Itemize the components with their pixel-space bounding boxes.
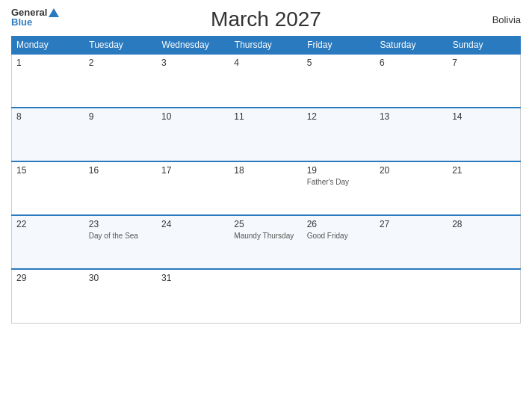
header-sunday: Sunday xyxy=(448,37,520,55)
cell-w4-d3: 24 xyxy=(157,215,229,269)
cell-w2-d3: 10 xyxy=(157,108,229,161)
day-num-8: 8 xyxy=(16,111,80,122)
day-num-16: 16 xyxy=(89,165,152,176)
cell-w1-d4: 4 xyxy=(229,54,302,108)
header-thursday: Thursday xyxy=(229,37,302,55)
day-num-27: 27 xyxy=(380,219,443,229)
day-num-30: 30 xyxy=(89,273,152,283)
cell-w5-d7 xyxy=(448,269,520,323)
day-num-21: 21 xyxy=(452,165,516,176)
cell-w3-d5: 19Father's Day xyxy=(303,161,375,215)
header-friday: Friday xyxy=(303,37,375,55)
day-num-18: 18 xyxy=(234,165,297,176)
cell-w2-d2: 9 xyxy=(84,108,157,161)
header-tuesday: Tuesday xyxy=(84,37,157,55)
cell-w5-d6 xyxy=(375,269,448,323)
cell-w5-d1: 29 xyxy=(12,269,84,323)
day-num-4: 4 xyxy=(234,58,297,68)
day-num-29: 29 xyxy=(16,273,80,283)
day-num-19: 19 xyxy=(307,165,371,176)
week-row-2: 891011121314 xyxy=(12,108,521,161)
holiday-label: Day of the Sea xyxy=(89,232,152,241)
day-num-13: 13 xyxy=(380,111,443,122)
day-num-15: 15 xyxy=(16,165,80,176)
day-num-26: 26 xyxy=(307,219,371,229)
page: General Blue March 2027 Bolivia Monday T… xyxy=(0,0,532,411)
logo: General Blue xyxy=(11,7,59,27)
cell-w5-d3: 31 xyxy=(157,269,229,323)
day-num-22: 22 xyxy=(16,219,80,229)
week-row-4: 2223Day of the Sea2425Maundy Thursday26G… xyxy=(12,215,521,269)
cell-w1-d5: 5 xyxy=(303,54,375,108)
header-monday: Monday xyxy=(12,37,84,55)
day-num-12: 12 xyxy=(307,111,371,122)
day-num-25: 25 xyxy=(234,219,297,229)
week-row-1: 1234567 xyxy=(12,54,521,108)
cell-w2-d6: 13 xyxy=(375,108,448,161)
logo-blue-text: Blue xyxy=(11,17,32,27)
day-num-14: 14 xyxy=(452,111,516,122)
week-row-5: 293031 xyxy=(12,269,521,323)
cell-w2-d4: 11 xyxy=(229,108,302,161)
cell-w3-d1: 15 xyxy=(12,161,84,215)
holiday-label: Maundy Thursday xyxy=(234,232,297,241)
cell-w5-d5 xyxy=(303,269,375,323)
cell-w3-d3: 17 xyxy=(157,161,229,215)
day-num-20: 20 xyxy=(380,165,443,176)
cell-w1-d1: 1 xyxy=(12,54,84,108)
cell-w5-d4 xyxy=(229,269,302,323)
holiday-label: Good Friday xyxy=(307,232,371,241)
cell-w3-d7: 21 xyxy=(448,161,520,215)
cell-w1-d6: 6 xyxy=(375,54,448,108)
day-num-3: 3 xyxy=(161,58,225,68)
day-num-28: 28 xyxy=(452,219,516,229)
cell-w4-d6: 27 xyxy=(375,215,448,269)
cell-w1-d3: 3 xyxy=(157,54,229,108)
day-num-10: 10 xyxy=(161,111,225,122)
day-num-7: 7 xyxy=(452,58,516,68)
day-num-5: 5 xyxy=(307,58,371,68)
cell-w1-d2: 2 xyxy=(84,54,157,108)
cell-w4-d4: 25Maundy Thursday xyxy=(229,215,302,269)
header: General Blue March 2027 Bolivia xyxy=(11,7,521,31)
header-wednesday: Wednesday xyxy=(157,37,229,55)
country-label: Bolivia xyxy=(492,14,521,25)
holiday-label: Father's Day xyxy=(307,178,371,187)
cell-w4-d7: 28 xyxy=(448,215,520,269)
cell-w4-d5: 26Good Friday xyxy=(303,215,375,269)
cell-w2-d1: 8 xyxy=(12,108,84,161)
day-num-31: 31 xyxy=(161,273,225,283)
cell-w4-d1: 22 xyxy=(12,215,84,269)
cell-w3-d6: 20 xyxy=(375,161,448,215)
cell-w3-d2: 16 xyxy=(84,161,157,215)
cell-w1-d7: 7 xyxy=(448,54,520,108)
header-saturday: Saturday xyxy=(375,37,448,55)
logo-triangle-icon xyxy=(49,8,59,17)
day-num-24: 24 xyxy=(161,219,225,229)
cell-w2-d5: 12 xyxy=(303,108,375,161)
cell-w4-d2: 23Day of the Sea xyxy=(84,215,157,269)
day-num-17: 17 xyxy=(161,165,225,176)
cell-w2-d7: 14 xyxy=(448,108,520,161)
day-num-2: 2 xyxy=(89,58,152,68)
day-num-9: 9 xyxy=(89,111,152,122)
day-num-6: 6 xyxy=(380,58,443,68)
cell-w5-d2: 30 xyxy=(84,269,157,323)
day-num-1: 1 xyxy=(16,58,80,68)
calendar-title: March 2027 xyxy=(211,7,321,31)
week-row-3: 1516171819Father's Day2021 xyxy=(12,161,521,215)
calendar-table: Monday Tuesday Wednesday Thursday Friday… xyxy=(11,36,521,324)
day-num-11: 11 xyxy=(234,111,297,122)
cell-w3-d4: 18 xyxy=(229,161,302,215)
days-header-row: Monday Tuesday Wednesday Thursday Friday… xyxy=(12,37,521,55)
day-num-23: 23 xyxy=(89,219,152,229)
